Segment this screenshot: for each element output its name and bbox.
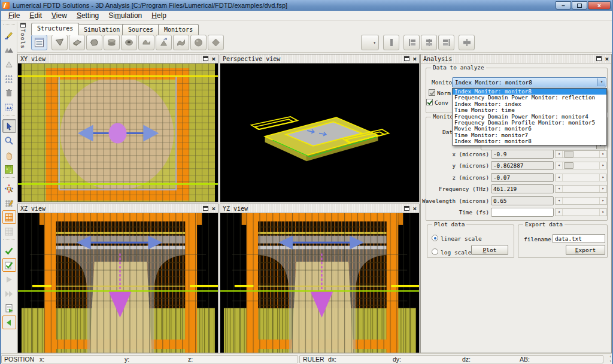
x-scroll-thumb[interactable] [564,151,573,157]
dock-icon[interactable] [20,23,26,28]
close-panel-icon[interactable]: × [412,56,417,62]
maximize-button[interactable] [572,1,587,10]
close-panel-icon[interactable]: × [211,206,216,211]
back-button[interactable] [2,316,16,329]
float-panel-icon[interactable] [203,56,208,61]
z-scroll-track[interactable] [562,174,600,181]
close-panel-icon[interactable]: × [605,56,609,62]
scroll-right-icon[interactable]: ▸ [600,198,606,204]
frequency-scrollbar[interactable]: ◂▸ [555,185,607,193]
close-button[interactable]: × [588,1,611,10]
scroll-left-icon[interactable]: ◂ [556,186,562,192]
statusbar-collapse-control[interactable]: ‹ › [610,354,611,364]
trash-button[interactable] [2,86,16,99]
plot-button[interactable]: Plot [471,245,508,255]
time-scroll-track[interactable] [562,209,600,216]
ring-structure-button[interactable] [121,35,137,50]
ruler-button[interactable]: 12 [2,162,16,176]
menu-view[interactable]: View [47,11,72,21]
run-button[interactable] [2,272,16,286]
analysis-titlebar[interactable]: Analysis × [421,54,611,63]
diamond-structure-button[interactable] [208,35,224,50]
select-button[interactable] [2,119,16,133]
x-scrollbar[interactable]: ◂▸ [555,150,607,158]
x-scroll-track[interactable] [562,151,600,157]
export-button[interactable]: Export [566,245,605,255]
yz-view-titlebar[interactable]: YZ view × [220,204,419,213]
scroll-right-icon[interactable]: ▸ [600,162,606,169]
convert-checkbox[interactable] [426,99,433,105]
time-scrollbar[interactable]: ◂▸ [555,208,607,216]
frequency-field[interactable]: 461.219 [491,184,554,193]
z-scrollbar[interactable]: ◂▸ [555,174,607,181]
scroll-left-icon[interactable]: ◂ [556,174,562,181]
scroll-right-icon[interactable]: ▸ [600,174,606,181]
xy-view-canvas[interactable] [18,63,218,202]
dropdown-item[interactable]: Time Monitor: time [453,107,606,113]
x-field[interactable]: -0.9 [491,150,554,159]
collapse-up-icon[interactable]: ‹ [610,354,611,359]
menu-edit[interactable]: Edit [25,11,47,21]
scroll-left-icon[interactable]: ◂ [556,209,562,216]
split-top-button[interactable] [403,35,420,50]
scroll-right-icon[interactable]: ▸ [600,151,606,157]
array-button[interactable] [2,71,16,85]
edit-mesh-button[interactable] [2,196,16,210]
surface-structure-button[interactable] [173,35,189,50]
tab-monitors[interactable]: Monitors [158,24,199,35]
minimize-button[interactable]: – [556,1,571,10]
check-simulation-button[interactable] [2,244,16,257]
y-scroll-track[interactable] [562,162,600,169]
xy-view-titlebar[interactable]: XY view × [18,54,218,63]
close-panel-icon[interactable]: × [211,56,216,62]
tools-toolbar-caption[interactable]: Tools [17,23,29,53]
wavelength-scrollbar[interactable]: ◂▸ [555,197,607,205]
view-mesh-button[interactable] [2,210,16,224]
close-panel-icon[interactable]: × [412,206,417,211]
normalize-checkbox[interactable] [429,89,435,96]
log-scale-radio[interactable] [432,248,438,255]
zoom-button[interactable] [2,134,16,147]
collapse-down-icon[interactable]: › [610,359,611,364]
frequency-scroll-track[interactable] [562,186,600,192]
group-button[interactable] [2,100,16,114]
monitor-combobox[interactable]: Index Monitor: monitor8 ▾ [452,77,606,87]
filename-input[interactable] [553,234,605,243]
scroll-left-icon[interactable]: ◂ [556,198,562,204]
float-panel-icon[interactable] [404,206,409,211]
tab-simulation[interactable]: Simulation [78,24,126,35]
scroll-right-icon[interactable]: ▸ [600,186,606,192]
duplicate-button[interactable] [2,43,16,56]
triangle-structure-button[interactable] [51,35,68,50]
structure-list-button[interactable] [31,35,47,50]
scroll-left-icon[interactable]: ◂ [556,162,562,169]
tab-sources[interactable]: Sources [122,24,159,35]
single-view-button[interactable] [383,35,399,50]
xz-view-canvas[interactable] [18,213,218,353]
delete-object-button[interactable] [2,57,16,71]
dropdown-item[interactable]: Index Monitor: monitor8 [453,138,606,144]
z-field[interactable]: -0.07 [491,173,554,182]
float-panel-icon[interactable] [404,56,409,61]
check-active-button[interactable] [2,258,16,272]
split-middle-button[interactable] [421,35,437,50]
menu-simulation[interactable]: Simulation [104,11,147,21]
perspective-view-titlebar[interactable]: Perspective view × [220,54,419,63]
view-preset-dropdown-button[interactable]: ▾ [361,35,379,50]
title-bar[interactable]: Lumerical FDTD Solutions - 3D Analysis [… [0,0,613,11]
rectangle-structure-button[interactable] [69,35,85,50]
pyramid-structure-button[interactable] [156,35,172,50]
polygon-structure-button[interactable] [86,35,102,50]
wavelength-scroll-track[interactable] [562,198,600,204]
y-scroll-thumb[interactable] [564,162,573,169]
custom-structure-button[interactable] [138,35,154,50]
wavelength-field[interactable]: 0.65 [491,196,554,205]
yz-view-canvas[interactable] [220,213,419,353]
run-parallel-button[interactable] [2,287,16,301]
xz-view-titlebar[interactable]: XZ view × [18,204,218,213]
float-panel-icon[interactable] [203,206,208,211]
circle-structure-button[interactable] [104,35,120,50]
menu-setting[interactable]: Setting [72,11,104,21]
run-script-button[interactable] [2,301,16,315]
scroll-right-icon[interactable]: ▸ [600,209,606,216]
